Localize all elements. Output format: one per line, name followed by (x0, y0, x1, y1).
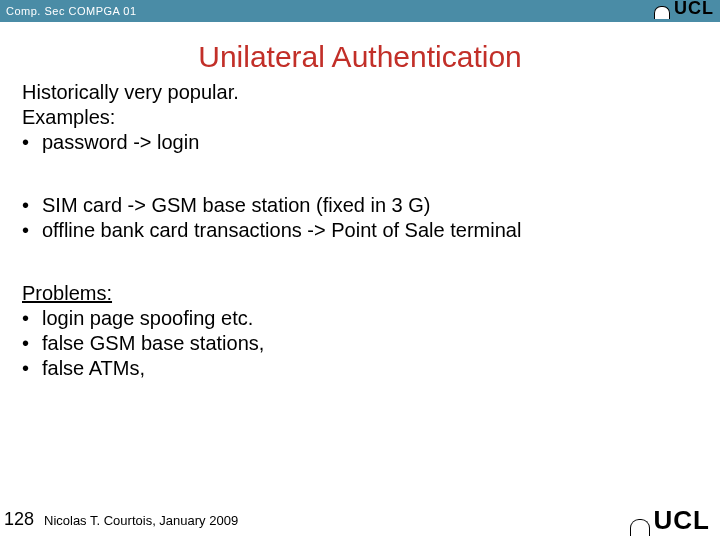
examples-block: •SIM card -> GSM base station (fixed in … (22, 193, 702, 243)
slide-body: Historically very popular. Examples: •pa… (0, 80, 720, 381)
problem-bullet-3: •false ATMs, (22, 356, 702, 381)
problems-block: Problems: •login page spoofing etc. •fal… (22, 281, 702, 381)
footer-author: Nicolas T. Courtois, January 2009 (44, 513, 238, 528)
example-bullet-1-text: SIM card -> GSM base station (fixed in 3… (42, 193, 430, 218)
example-bullet-2: •offline bank card transactions -> Point… (22, 218, 702, 243)
ucl-logo-icon: UCL (630, 505, 710, 536)
problem-bullet-3-text: false ATMs, (42, 356, 145, 381)
intro-bullet-1: •password -> login (22, 130, 702, 155)
example-bullet-1: •SIM card -> GSM base station (fixed in … (22, 193, 702, 218)
intro-line-1: Historically very popular. (22, 80, 702, 105)
intro-bullet-1-text: password -> login (42, 130, 199, 155)
problem-bullet-2-text: false GSM base stations, (42, 331, 264, 356)
problems-heading: Problems: (22, 281, 702, 306)
problem-bullet-1-text: login page spoofing etc. (42, 306, 253, 331)
intro-block: Historically very popular. Examples: •pa… (22, 80, 702, 155)
problem-bullet-1: •login page spoofing etc. (22, 306, 702, 331)
problem-bullet-2: •false GSM base stations, (22, 331, 702, 356)
header-bar: Comp. Sec COMPGA 01 UCL (0, 0, 720, 22)
slide-title: Unilateral Authentication (0, 40, 720, 74)
course-code: Comp. Sec COMPGA 01 (6, 5, 137, 17)
intro-line-2: Examples: (22, 105, 702, 130)
page-number: 128 (4, 509, 34, 530)
example-bullet-2-text: offline bank card transactions -> Point … (42, 218, 521, 243)
ucl-logo-icon: UCL (654, 0, 714, 19)
